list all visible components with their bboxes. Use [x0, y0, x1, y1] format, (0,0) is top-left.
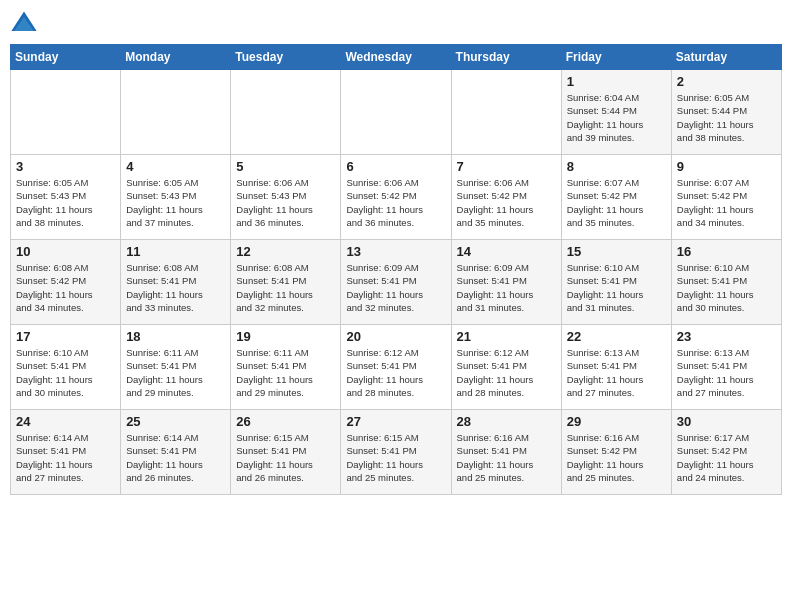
day-number: 15: [567, 244, 666, 259]
day-info: Sunrise: 6:12 AM Sunset: 5:41 PM Dayligh…: [346, 346, 445, 399]
day-info: Sunrise: 6:05 AM Sunset: 5:43 PM Dayligh…: [16, 176, 115, 229]
day-info: Sunrise: 6:16 AM Sunset: 5:41 PM Dayligh…: [457, 431, 556, 484]
calendar-cell: 19Sunrise: 6:11 AM Sunset: 5:41 PM Dayli…: [231, 325, 341, 410]
day-info: Sunrise: 6:10 AM Sunset: 5:41 PM Dayligh…: [16, 346, 115, 399]
calendar-body: 1Sunrise: 6:04 AM Sunset: 5:44 PM Daylig…: [11, 70, 782, 495]
calendar-cell: [231, 70, 341, 155]
day-info: Sunrise: 6:07 AM Sunset: 5:42 PM Dayligh…: [677, 176, 776, 229]
day-info: Sunrise: 6:15 AM Sunset: 5:41 PM Dayligh…: [236, 431, 335, 484]
day-number: 20: [346, 329, 445, 344]
calendar-cell: [121, 70, 231, 155]
day-info: Sunrise: 6:08 AM Sunset: 5:41 PM Dayligh…: [126, 261, 225, 314]
day-info: Sunrise: 6:05 AM Sunset: 5:43 PM Dayligh…: [126, 176, 225, 229]
day-number: 12: [236, 244, 335, 259]
calendar-week-3: 17Sunrise: 6:10 AM Sunset: 5:41 PM Dayli…: [11, 325, 782, 410]
day-number: 24: [16, 414, 115, 429]
calendar-cell: 5Sunrise: 6:06 AM Sunset: 5:43 PM Daylig…: [231, 155, 341, 240]
calendar-cell: 24Sunrise: 6:14 AM Sunset: 5:41 PM Dayli…: [11, 410, 121, 495]
day-info: Sunrise: 6:14 AM Sunset: 5:41 PM Dayligh…: [126, 431, 225, 484]
calendar-cell: 1Sunrise: 6:04 AM Sunset: 5:44 PM Daylig…: [561, 70, 671, 155]
day-number: 1: [567, 74, 666, 89]
day-number: 8: [567, 159, 666, 174]
calendar-cell: 7Sunrise: 6:06 AM Sunset: 5:42 PM Daylig…: [451, 155, 561, 240]
day-info: Sunrise: 6:09 AM Sunset: 5:41 PM Dayligh…: [457, 261, 556, 314]
calendar-cell: 26Sunrise: 6:15 AM Sunset: 5:41 PM Dayli…: [231, 410, 341, 495]
col-header-friday: Friday: [561, 45, 671, 70]
col-header-tuesday: Tuesday: [231, 45, 341, 70]
col-header-wednesday: Wednesday: [341, 45, 451, 70]
col-header-saturday: Saturday: [671, 45, 781, 70]
logo-icon: [10, 10, 38, 38]
calendar-cell: 18Sunrise: 6:11 AM Sunset: 5:41 PM Dayli…: [121, 325, 231, 410]
calendar-week-4: 24Sunrise: 6:14 AM Sunset: 5:41 PM Dayli…: [11, 410, 782, 495]
logo: [10, 14, 40, 38]
page-header: [10, 10, 782, 38]
calendar-cell: 12Sunrise: 6:08 AM Sunset: 5:41 PM Dayli…: [231, 240, 341, 325]
calendar-cell: 8Sunrise: 6:07 AM Sunset: 5:42 PM Daylig…: [561, 155, 671, 240]
calendar-cell: 23Sunrise: 6:13 AM Sunset: 5:41 PM Dayli…: [671, 325, 781, 410]
day-info: Sunrise: 6:16 AM Sunset: 5:42 PM Dayligh…: [567, 431, 666, 484]
col-header-thursday: Thursday: [451, 45, 561, 70]
day-info: Sunrise: 6:14 AM Sunset: 5:41 PM Dayligh…: [16, 431, 115, 484]
day-info: Sunrise: 6:11 AM Sunset: 5:41 PM Dayligh…: [126, 346, 225, 399]
day-info: Sunrise: 6:06 AM Sunset: 5:42 PM Dayligh…: [346, 176, 445, 229]
day-info: Sunrise: 6:10 AM Sunset: 5:41 PM Dayligh…: [567, 261, 666, 314]
day-number: 25: [126, 414, 225, 429]
day-info: Sunrise: 6:13 AM Sunset: 5:41 PM Dayligh…: [677, 346, 776, 399]
calendar-cell: [451, 70, 561, 155]
day-number: 7: [457, 159, 556, 174]
day-info: Sunrise: 6:07 AM Sunset: 5:42 PM Dayligh…: [567, 176, 666, 229]
calendar-cell: 17Sunrise: 6:10 AM Sunset: 5:41 PM Dayli…: [11, 325, 121, 410]
day-info: Sunrise: 6:13 AM Sunset: 5:41 PM Dayligh…: [567, 346, 666, 399]
day-info: Sunrise: 6:08 AM Sunset: 5:42 PM Dayligh…: [16, 261, 115, 314]
calendar-cell: [341, 70, 451, 155]
calendar-cell: 14Sunrise: 6:09 AM Sunset: 5:41 PM Dayli…: [451, 240, 561, 325]
calendar-header: SundayMondayTuesdayWednesdayThursdayFrid…: [11, 45, 782, 70]
calendar-cell: 22Sunrise: 6:13 AM Sunset: 5:41 PM Dayli…: [561, 325, 671, 410]
calendar-cell: 25Sunrise: 6:14 AM Sunset: 5:41 PM Dayli…: [121, 410, 231, 495]
day-number: 11: [126, 244, 225, 259]
day-number: 6: [346, 159, 445, 174]
calendar-cell: 29Sunrise: 6:16 AM Sunset: 5:42 PM Dayli…: [561, 410, 671, 495]
day-info: Sunrise: 6:17 AM Sunset: 5:42 PM Dayligh…: [677, 431, 776, 484]
calendar-cell: 9Sunrise: 6:07 AM Sunset: 5:42 PM Daylig…: [671, 155, 781, 240]
calendar-cell: 6Sunrise: 6:06 AM Sunset: 5:42 PM Daylig…: [341, 155, 451, 240]
calendar-cell: 10Sunrise: 6:08 AM Sunset: 5:42 PM Dayli…: [11, 240, 121, 325]
day-info: Sunrise: 6:11 AM Sunset: 5:41 PM Dayligh…: [236, 346, 335, 399]
calendar-cell: 2Sunrise: 6:05 AM Sunset: 5:44 PM Daylig…: [671, 70, 781, 155]
day-number: 30: [677, 414, 776, 429]
calendar-cell: 13Sunrise: 6:09 AM Sunset: 5:41 PM Dayli…: [341, 240, 451, 325]
day-info: Sunrise: 6:10 AM Sunset: 5:41 PM Dayligh…: [677, 261, 776, 314]
day-number: 27: [346, 414, 445, 429]
calendar-week-0: 1Sunrise: 6:04 AM Sunset: 5:44 PM Daylig…: [11, 70, 782, 155]
col-header-monday: Monday: [121, 45, 231, 70]
calendar-cell: 3Sunrise: 6:05 AM Sunset: 5:43 PM Daylig…: [11, 155, 121, 240]
day-number: 28: [457, 414, 556, 429]
calendar-cell: 27Sunrise: 6:15 AM Sunset: 5:41 PM Dayli…: [341, 410, 451, 495]
day-number: 29: [567, 414, 666, 429]
day-number: 9: [677, 159, 776, 174]
day-number: 10: [16, 244, 115, 259]
calendar-week-2: 10Sunrise: 6:08 AM Sunset: 5:42 PM Dayli…: [11, 240, 782, 325]
calendar-week-1: 3Sunrise: 6:05 AM Sunset: 5:43 PM Daylig…: [11, 155, 782, 240]
day-number: 2: [677, 74, 776, 89]
day-info: Sunrise: 6:12 AM Sunset: 5:41 PM Dayligh…: [457, 346, 556, 399]
calendar-cell: 11Sunrise: 6:08 AM Sunset: 5:41 PM Dayli…: [121, 240, 231, 325]
day-number: 13: [346, 244, 445, 259]
calendar-cell: 28Sunrise: 6:16 AM Sunset: 5:41 PM Dayli…: [451, 410, 561, 495]
col-header-sunday: Sunday: [11, 45, 121, 70]
day-info: Sunrise: 6:04 AM Sunset: 5:44 PM Dayligh…: [567, 91, 666, 144]
day-number: 18: [126, 329, 225, 344]
calendar-cell: 16Sunrise: 6:10 AM Sunset: 5:41 PM Dayli…: [671, 240, 781, 325]
day-info: Sunrise: 6:09 AM Sunset: 5:41 PM Dayligh…: [346, 261, 445, 314]
day-number: 16: [677, 244, 776, 259]
calendar-cell: 21Sunrise: 6:12 AM Sunset: 5:41 PM Dayli…: [451, 325, 561, 410]
day-number: 23: [677, 329, 776, 344]
calendar-table: SundayMondayTuesdayWednesdayThursdayFrid…: [10, 44, 782, 495]
calendar-cell: 15Sunrise: 6:10 AM Sunset: 5:41 PM Dayli…: [561, 240, 671, 325]
day-number: 4: [126, 159, 225, 174]
day-number: 21: [457, 329, 556, 344]
calendar-cell: 30Sunrise: 6:17 AM Sunset: 5:42 PM Dayli…: [671, 410, 781, 495]
day-number: 22: [567, 329, 666, 344]
day-info: Sunrise: 6:08 AM Sunset: 5:41 PM Dayligh…: [236, 261, 335, 314]
